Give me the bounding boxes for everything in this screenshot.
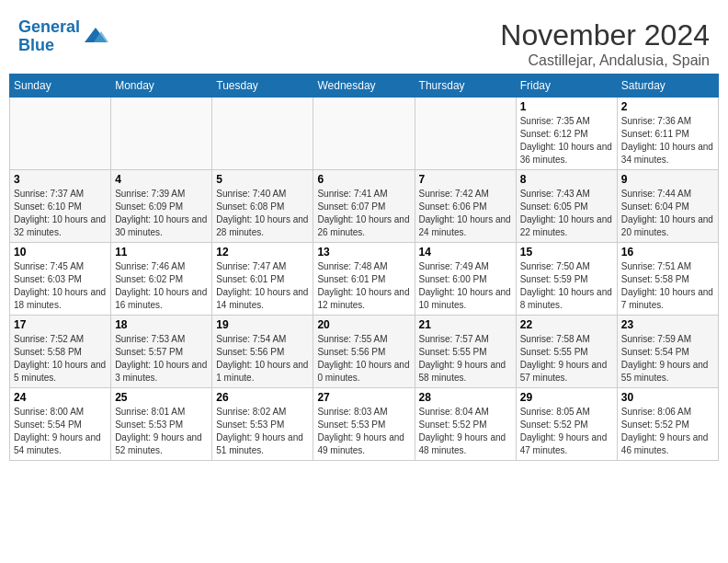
weekday-header: Tuesday [212,75,313,98]
calendar-day-cell: 20Sunrise: 7:55 AM Sunset: 5:56 PM Dayli… [313,316,415,388]
day-number: 22 [520,318,613,331]
day-info: Sunrise: 8:01 AM Sunset: 5:53 PM Dayligh… [115,406,208,457]
day-info: Sunrise: 7:40 AM Sunset: 6:08 PM Dayligh… [216,188,309,239]
day-info: Sunrise: 8:04 AM Sunset: 5:52 PM Dayligh… [419,406,512,457]
calendar-day-cell: 11Sunrise: 7:46 AM Sunset: 6:02 PM Dayli… [111,243,212,316]
day-info: Sunrise: 7:55 AM Sunset: 5:56 PM Dayligh… [317,333,410,385]
day-info: Sunrise: 7:37 AM Sunset: 6:10 PM Dayligh… [14,188,107,239]
calendar-day-cell [212,98,313,170]
day-number: 21 [419,318,512,331]
calendar-day-cell: 16Sunrise: 7:51 AM Sunset: 5:58 PM Dayli… [617,243,718,316]
calendar-day-cell: 13Sunrise: 7:48 AM Sunset: 6:01 PM Dayli… [313,243,415,316]
day-info: Sunrise: 7:57 AM Sunset: 5:55 PM Dayligh… [419,333,512,385]
calendar-day-cell [111,98,212,170]
calendar-table: SundayMondayTuesdayWednesdayThursdayFrid… [9,74,719,461]
day-info: Sunrise: 8:00 AM Sunset: 5:54 PM Dayligh… [14,406,107,457]
day-number: 8 [520,173,613,186]
weekday-header: Sunday [10,75,111,98]
weekday-header: Saturday [617,75,718,98]
day-number: 9 [621,173,714,186]
day-info: Sunrise: 7:44 AM Sunset: 6:04 PM Dayligh… [621,188,714,239]
weekday-header: Friday [516,75,617,98]
day-number: 12 [216,246,309,259]
calendar-day-cell: 24Sunrise: 8:00 AM Sunset: 5:54 PM Dayli… [10,388,111,461]
calendar-day-cell: 1Sunrise: 7:35 AM Sunset: 6:12 PM Daylig… [516,98,617,170]
day-number: 14 [419,246,512,259]
calendar-day-cell: 28Sunrise: 8:04 AM Sunset: 5:52 PM Dayli… [415,388,516,461]
calendar-day-cell: 2Sunrise: 7:36 AM Sunset: 6:11 PM Daylig… [617,98,718,170]
calendar-day-cell: 10Sunrise: 7:45 AM Sunset: 6:03 PM Dayli… [10,243,111,316]
logo: General Blue [18,18,108,55]
day-number: 29 [520,391,613,404]
day-number: 7 [419,173,512,186]
calendar-week-row: 3Sunrise: 7:37 AM Sunset: 6:10 PM Daylig… [10,170,719,243]
calendar-day-cell: 4Sunrise: 7:39 AM Sunset: 6:09 PM Daylig… [111,170,212,243]
day-info: Sunrise: 7:41 AM Sunset: 6:07 PM Dayligh… [317,188,410,239]
calendar-day-cell: 3Sunrise: 7:37 AM Sunset: 6:10 PM Daylig… [10,170,111,243]
day-info: Sunrise: 7:49 AM Sunset: 6:00 PM Dayligh… [419,260,512,312]
day-info: Sunrise: 7:53 AM Sunset: 5:57 PM Dayligh… [115,333,208,385]
day-number: 23 [621,318,714,331]
day-info: Sunrise: 7:42 AM Sunset: 6:06 PM Dayligh… [419,188,512,239]
calendar-day-cell: 18Sunrise: 7:53 AM Sunset: 5:57 PM Dayli… [111,316,212,388]
day-number: 4 [115,173,208,186]
location-title: Castillejar, Andalusia, Spain [500,52,710,69]
month-title: November 2024 [500,18,710,52]
day-info: Sunrise: 7:47 AM Sunset: 6:01 PM Dayligh… [216,260,309,312]
day-number: 5 [216,173,309,186]
day-info: Sunrise: 7:52 AM Sunset: 5:58 PM Dayligh… [14,333,107,385]
day-info: Sunrise: 7:48 AM Sunset: 6:01 PM Dayligh… [317,260,410,312]
day-number: 16 [621,246,714,259]
calendar-day-cell: 23Sunrise: 7:59 AM Sunset: 5:54 PM Dayli… [617,316,718,388]
day-number: 13 [317,246,410,259]
day-info: Sunrise: 7:43 AM Sunset: 6:05 PM Dayligh… [520,188,613,239]
day-number: 15 [520,246,613,259]
logo-icon [83,24,108,50]
calendar-day-cell: 12Sunrise: 7:47 AM Sunset: 6:01 PM Dayli… [212,243,313,316]
calendar-week-row: 10Sunrise: 7:45 AM Sunset: 6:03 PM Dayli… [10,243,719,316]
day-info: Sunrise: 7:45 AM Sunset: 6:03 PM Dayligh… [14,260,107,312]
weekday-header: Thursday [415,75,516,98]
day-number: 24 [14,391,107,404]
calendar-day-cell [10,98,111,170]
calendar-day-cell: 7Sunrise: 7:42 AM Sunset: 6:06 PM Daylig… [415,170,516,243]
day-info: Sunrise: 8:06 AM Sunset: 5:52 PM Dayligh… [621,406,714,457]
day-info: Sunrise: 7:54 AM Sunset: 5:56 PM Dayligh… [216,333,309,385]
calendar-day-cell: 6Sunrise: 7:41 AM Sunset: 6:07 PM Daylig… [313,170,415,243]
day-info: Sunrise: 7:50 AM Sunset: 5:59 PM Dayligh… [520,260,613,312]
calendar-day-cell: 29Sunrise: 8:05 AM Sunset: 5:52 PM Dayli… [516,388,617,461]
day-number: 17 [14,318,107,331]
page-header: General Blue November 2024 Castillejar, … [9,9,719,74]
day-number: 25 [115,391,208,404]
day-number: 19 [216,318,309,331]
calendar-day-cell: 9Sunrise: 7:44 AM Sunset: 6:04 PM Daylig… [617,170,718,243]
day-info: Sunrise: 7:39 AM Sunset: 6:09 PM Dayligh… [115,188,208,239]
calendar-day-cell: 25Sunrise: 8:01 AM Sunset: 5:53 PM Dayli… [111,388,212,461]
day-info: Sunrise: 7:35 AM Sunset: 6:12 PM Dayligh… [520,115,613,167]
day-info: Sunrise: 8:05 AM Sunset: 5:52 PM Dayligh… [520,406,613,457]
calendar-body: 1Sunrise: 7:35 AM Sunset: 6:12 PM Daylig… [10,98,719,461]
day-number: 10 [14,246,107,259]
calendar-day-cell: 17Sunrise: 7:52 AM Sunset: 5:58 PM Dayli… [10,316,111,388]
calendar-header: SundayMondayTuesdayWednesdayThursdayFrid… [10,75,719,98]
calendar-day-cell: 30Sunrise: 8:06 AM Sunset: 5:52 PM Dayli… [617,388,718,461]
logo-text: General Blue [18,18,80,55]
calendar-day-cell: 19Sunrise: 7:54 AM Sunset: 5:56 PM Dayli… [212,316,313,388]
day-number: 6 [317,173,410,186]
calendar-week-row: 17Sunrise: 7:52 AM Sunset: 5:58 PM Dayli… [10,316,719,388]
calendar-day-cell: 27Sunrise: 8:03 AM Sunset: 5:53 PM Dayli… [313,388,415,461]
day-number: 2 [621,100,714,113]
calendar-day-cell: 21Sunrise: 7:57 AM Sunset: 5:55 PM Dayli… [415,316,516,388]
calendar-day-cell: 15Sunrise: 7:50 AM Sunset: 5:59 PM Dayli… [516,243,617,316]
day-number: 30 [621,391,714,404]
calendar-day-cell: 14Sunrise: 7:49 AM Sunset: 6:00 PM Dayli… [415,243,516,316]
day-number: 1 [520,100,613,113]
day-info: Sunrise: 8:02 AM Sunset: 5:53 PM Dayligh… [216,406,309,457]
day-info: Sunrise: 7:36 AM Sunset: 6:11 PM Dayligh… [621,115,714,167]
calendar-day-cell [313,98,415,170]
day-info: Sunrise: 7:51 AM Sunset: 5:58 PM Dayligh… [621,260,714,312]
calendar-day-cell: 5Sunrise: 7:40 AM Sunset: 6:08 PM Daylig… [212,170,313,243]
calendar-day-cell: 22Sunrise: 7:58 AM Sunset: 5:55 PM Dayli… [516,316,617,388]
day-info: Sunrise: 7:59 AM Sunset: 5:54 PM Dayligh… [621,333,714,385]
day-number: 11 [115,246,208,259]
